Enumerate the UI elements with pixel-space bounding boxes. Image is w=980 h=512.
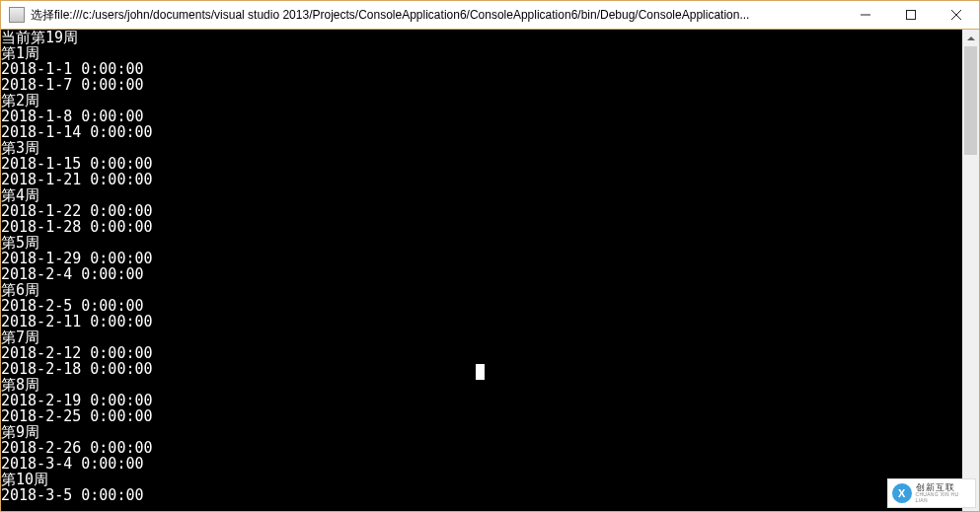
watermark: X 创新互联 CHUANG XIN HU LIAN (887, 478, 976, 508)
maximize-icon (906, 10, 916, 20)
scroll-up-button[interactable] (962, 30, 979, 46)
console-line: 2018-2-25 0:00:00 (1, 408, 962, 424)
vertical-scrollbar[interactable] (962, 30, 979, 511)
text-cursor (476, 364, 485, 380)
console-line: 2018-3-4 0:00:00 (1, 456, 962, 472)
titlebar-buttons (843, 1, 979, 29)
console-line: 2018-1-7 0:00:00 (1, 77, 962, 93)
console-line: 2018-1-1 0:00:00 (1, 61, 962, 77)
minimize-icon (861, 10, 870, 20)
chevron-up-icon (967, 35, 975, 42)
window-title: 选择file:///c:/users/john/documents/visual… (31, 7, 843, 24)
watermark-logo-icon: X (892, 483, 912, 503)
watermark-en: CHUANG XIN HU LIAN (916, 492, 972, 503)
console-line: 当前第19周 (1, 30, 962, 45)
console-line: 第3周 (1, 140, 962, 156)
console-line: 2018-2-26 0:00:00 (1, 440, 962, 456)
console-line: 2018-2-11 0:00:00 (1, 314, 962, 329)
console-line: 第5周 (1, 235, 962, 251)
client-area: 当前第19周第1周2018-1-1 0:00:002018-1-7 0:00:0… (0, 30, 980, 512)
console-line: 第9周 (1, 424, 962, 440)
console-line: 第7周 (1, 329, 962, 345)
console-line: 2018-1-29 0:00:00 (1, 251, 962, 266)
window-titlebar: 选择file:///c:/users/john/documents/visual… (0, 0, 980, 30)
close-button[interactable] (934, 1, 979, 29)
console-line: 第2周 (1, 93, 962, 109)
console-line: 2018-1-22 0:00:00 (1, 203, 962, 219)
console-line: 2018-1-21 0:00:00 (1, 172, 962, 187)
minimize-button[interactable] (843, 1, 888, 29)
console-line: 2018-2-19 0:00:00 (1, 393, 962, 408)
console-line: 2018-3-5 0:00:00 (1, 487, 962, 503)
close-icon (951, 10, 961, 20)
console-line: 2018-2-12 0:00:00 (1, 345, 962, 361)
console-output[interactable]: 当前第19周第1周2018-1-1 0:00:002018-1-7 0:00:0… (1, 30, 962, 511)
console-line: 2018-1-28 0:00:00 (1, 219, 962, 235)
console-line: 2018-2-5 0:00:00 (1, 298, 962, 314)
console-line: 第4周 (1, 187, 962, 203)
maximize-button[interactable] (888, 1, 934, 29)
app-icon (9, 7, 25, 23)
console-line: 2018-1-8 0:00:00 (1, 109, 962, 124)
console-line: 第6周 (1, 282, 962, 298)
console-line: 第10周 (1, 472, 962, 487)
console-line: 2018-2-4 0:00:00 (1, 266, 962, 282)
watermark-text: 创新互联 CHUANG XIN HU LIAN (916, 483, 972, 504)
console-line: 第1周 (1, 45, 962, 61)
svg-rect-1 (907, 11, 916, 20)
console-line: 2018-1-14 0:00:00 (1, 124, 962, 140)
console-line: 2018-1-15 0:00:00 (1, 156, 962, 172)
svg-marker-4 (967, 37, 975, 40)
scrollbar-thumb[interactable] (964, 46, 977, 155)
